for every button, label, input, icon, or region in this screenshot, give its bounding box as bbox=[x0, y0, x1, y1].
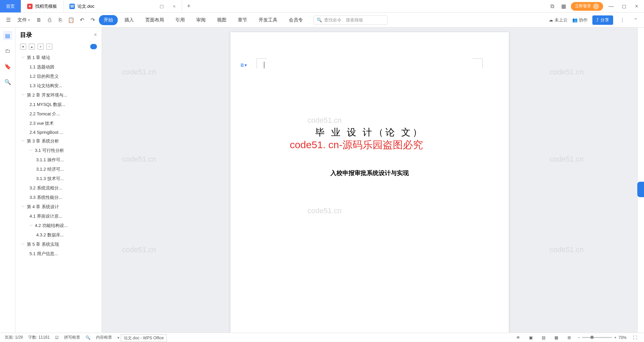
cloud-status[interactable]: ☁未上云 bbox=[549, 17, 568, 23]
sidebar-close-icon[interactable]: × bbox=[94, 32, 97, 38]
collapse-icon[interactable]: ⌃ bbox=[631, 16, 640, 24]
toc-toggle[interactable] bbox=[90, 44, 97, 49]
print-icon[interactable]: ⎙ bbox=[45, 16, 54, 24]
bookmark-icon[interactable]: 🔖 bbox=[3, 62, 12, 71]
watermark: code51.cn bbox=[122, 68, 156, 76]
toc-item-label: 3.1.3 技术可... bbox=[36, 176, 64, 182]
undo-icon[interactable]: ↶ bbox=[77, 16, 86, 24]
page-indicator[interactable]: 页面: 1/29 bbox=[5, 335, 23, 340]
tab-home[interactable]: 首页 bbox=[0, 0, 21, 12]
toc-item[interactable]: 2.4 SpringBoot ... bbox=[15, 128, 102, 136]
word-icon: W bbox=[69, 4, 75, 9]
toc-item-label: 4.2 功能结构设... bbox=[35, 223, 68, 229]
toc-item-label: 3.3 系统性能分... bbox=[30, 194, 62, 201]
toc-item[interactable]: 3.3 系统性能分... bbox=[15, 193, 102, 202]
toc-item[interactable]: 2.1 MYSQL 数据... bbox=[15, 100, 102, 109]
close-icon[interactable]: × bbox=[173, 4, 176, 9]
toc-item[interactable]: ﹀第 1 章 绪论 bbox=[15, 53, 102, 62]
paste-icon[interactable]: 📋 bbox=[67, 16, 75, 24]
toc-item[interactable]: 2.2 Tomcat 介... bbox=[15, 109, 102, 119]
toc-item[interactable]: 1.1 选题动因 bbox=[15, 62, 102, 72]
ribbon-tab-layout[interactable]: 页面布局 bbox=[141, 15, 169, 25]
toc-item[interactable]: 3.1.2 经济可... bbox=[15, 165, 102, 174]
toc-item-label: 3.1.2 经济可... bbox=[36, 166, 64, 172]
apps-icon[interactable]: ▦ bbox=[559, 2, 568, 10]
ribbon-tab-start[interactable]: 开始 bbox=[99, 15, 118, 25]
zoom-out-icon[interactable]: − bbox=[578, 335, 580, 340]
eye-icon[interactable]: 👁 bbox=[514, 333, 523, 342]
zoom-slider[interactable] bbox=[582, 337, 612, 338]
view-read-icon[interactable]: ⊞ bbox=[565, 333, 574, 342]
new-tab-button[interactable]: + bbox=[182, 0, 196, 12]
more-icon[interactable]: ⋮ bbox=[618, 16, 627, 24]
right-panel-toggle[interactable] bbox=[637, 182, 644, 197]
toc-item[interactable]: 2.3 vue 技术 bbox=[15, 119, 102, 128]
page-options-icon[interactable]: 🗎▾ bbox=[240, 62, 247, 68]
ribbon-tab-view[interactable]: 视图 bbox=[212, 15, 231, 25]
ribbon-tab-reference[interactable]: 引用 bbox=[171, 15, 190, 25]
toc-item[interactable]: ﹀4.2 功能结构设... bbox=[15, 221, 102, 230]
toc-item[interactable]: ﹀第 5 章 系统实现 bbox=[15, 240, 102, 249]
toc-item-label: 第 2 章 开发环境与... bbox=[27, 92, 67, 98]
ribbon-tab-devtools[interactable]: 开发工具 bbox=[254, 15, 282, 25]
file-menu[interactable]: 文件▾ bbox=[15, 16, 33, 24]
maximize-button[interactable]: ◻ bbox=[619, 2, 629, 11]
share-button[interactable]: ⤴分享 bbox=[592, 15, 613, 25]
zoom-in-icon[interactable]: + bbox=[614, 335, 616, 340]
toc-item-label: 第 5 章 系统实现 bbox=[27, 241, 59, 247]
toc-item[interactable]: 4.1 界面设计原... bbox=[15, 212, 102, 221]
people-icon: 👥 bbox=[572, 17, 578, 22]
toc-item[interactable]: ﹀第 4 章 系统设计 bbox=[15, 202, 102, 212]
toc-item[interactable]: 3.1.1 操作可... bbox=[15, 155, 102, 165]
outline-icon[interactable]: ▤ bbox=[3, 31, 12, 40]
fullscreen-icon[interactable]: ⛶ bbox=[631, 333, 639, 342]
redo-icon[interactable]: ↷ bbox=[88, 16, 97, 24]
chevron-down-icon: ▾ bbox=[28, 18, 30, 22]
toc-item[interactable]: 4.3.2 数据库... bbox=[15, 230, 102, 240]
preview-icon[interactable]: ⎘ bbox=[56, 16, 65, 24]
present-icon[interactable]: ▢ bbox=[158, 2, 166, 10]
close-button[interactable]: × bbox=[632, 2, 641, 11]
word-count[interactable]: 字数: 11161 bbox=[28, 335, 50, 340]
collab-button[interactable]: 👥协作 bbox=[572, 17, 588, 23]
view-outline-icon[interactable]: ▦ bbox=[552, 333, 561, 342]
view-page-icon[interactable]: ▣ bbox=[527, 333, 535, 342]
watermark: code51.cn bbox=[308, 207, 342, 215]
login-button[interactable]: 立即登录 bbox=[571, 2, 603, 11]
zoom-level[interactable]: 70% bbox=[619, 335, 627, 340]
save-icon[interactable]: 🗎 bbox=[35, 16, 43, 24]
spellcheck-label[interactable]: 拼写检查 bbox=[64, 335, 80, 340]
toc-item[interactable]: 3.2 系统流程分... bbox=[15, 183, 102, 193]
contentcheck-label[interactable]: 内容检查 bbox=[96, 335, 112, 340]
view-web-icon[interactable]: ▤ bbox=[539, 333, 548, 342]
expand-all-icon[interactable]: ▴ bbox=[29, 44, 35, 50]
search-input[interactable]: 🔍 查找命令、搜索模板 bbox=[314, 15, 387, 25]
toc-item[interactable]: 1.2 目的和意义 bbox=[15, 72, 102, 81]
tab-document[interactable]: W 论文.doc ▢ × bbox=[63, 0, 182, 12]
right-rail bbox=[637, 27, 644, 333]
toc-item[interactable]: ﹀3.1 可行性分析 bbox=[15, 146, 102, 155]
clipboard-icon[interactable]: 🗀 bbox=[3, 46, 12, 56]
menu-icon[interactable]: ☰ bbox=[4, 16, 13, 24]
collapse-all-icon[interactable]: ▾ bbox=[20, 44, 26, 50]
layout-icon[interactable]: ⧉ bbox=[548, 2, 556, 10]
ribbon-tab-review[interactable]: 审阅 bbox=[192, 15, 210, 25]
toc-item[interactable]: 5.1 用户信息... bbox=[15, 249, 102, 259]
remove-icon[interactable]: − bbox=[46, 44, 52, 50]
ribbon-tab-member[interactable]: 会员专 bbox=[284, 15, 308, 25]
toc-item[interactable]: ﹀第 3 章 系统分析 bbox=[15, 136, 102, 146]
minimize-button[interactable]: — bbox=[606, 2, 616, 11]
toc-item[interactable]: 3.1.3 技术可... bbox=[15, 174, 102, 183]
watermark: code51.cn bbox=[122, 155, 156, 164]
ribbon-tab-chapter[interactable]: 章节 bbox=[233, 15, 252, 25]
checkbox-icon[interactable]: ☑ bbox=[55, 335, 59, 340]
toc-item[interactable]: ﹀第 2 章 开发环境与... bbox=[15, 91, 102, 100]
add-icon[interactable]: + bbox=[38, 44, 44, 50]
toc-item-label: 2.1 MYSQL 数据... bbox=[30, 102, 65, 108]
search-rail-icon[interactable]: 🔍 bbox=[3, 77, 12, 87]
toc-item[interactable]: 1.3 论文结构安... bbox=[15, 81, 102, 91]
document-canvas[interactable]: code51.cn code51.cn code51.cn code51.cn … bbox=[102, 27, 637, 333]
sidebar-title: 目录 bbox=[20, 31, 32, 39]
tab-templates[interactable]: ✦ 找稻壳模板 bbox=[21, 0, 63, 12]
ribbon-tab-insert[interactable]: 插入 bbox=[120, 15, 139, 25]
